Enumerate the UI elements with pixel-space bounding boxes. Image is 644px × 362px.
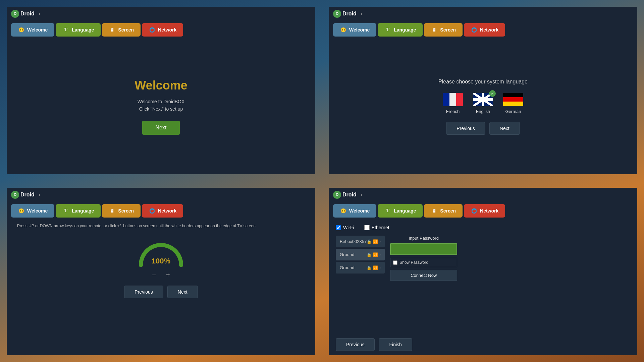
droid-logo-4: D Droid — [333, 191, 357, 199]
language-next-button[interactable]: Next — [489, 122, 520, 135]
signal-icon-0: 📶 — [373, 239, 378, 244]
wifi-item-2[interactable]: Ground 🔒 📶 › — [336, 262, 385, 274]
back-arrow-3[interactable]: ‹ — [39, 192, 40, 198]
chevron-icon-2: › — [379, 265, 381, 270]
wifi-icons-2: 🔒 📶 › — [367, 265, 381, 270]
droid-logo-2: D Droid — [333, 10, 357, 18]
tab-network-label-1: Network — [158, 27, 176, 33]
language-icon-1: T — [62, 26, 69, 33]
quadrant-network: D Droid ‹ 😊 Welcome T Language 🖥 Screen … — [322, 181, 644, 362]
welcome-content: Welcome Welcome to DroidBOX Click "Next"… — [7, 39, 315, 174]
tab-bar-4: 😊 Welcome T Language 🖥 Screen 🌐 Network — [329, 201, 637, 220]
droid-logo-3: D Droid — [11, 191, 35, 199]
flag-de-yellow — [503, 102, 523, 106]
tab-network-1[interactable]: 🌐 Network — [142, 23, 183, 37]
welcome-icon-2: 😊 — [340, 26, 346, 33]
tab-network-3[interactable]: 🌐 Network — [142, 204, 183, 218]
tab-screen-1[interactable]: 🖥 Screen — [102, 23, 141, 37]
tab-welcome-label-1: Welcome — [27, 27, 48, 33]
network-finish-button[interactable]: Finish — [379, 338, 412, 351]
droid-icon-3: D — [11, 191, 19, 199]
tab-bar-1: 😊 Welcome T Language 🖥 Screen 🌐 Network — [7, 20, 315, 39]
welcome-next-button[interactable]: Next — [142, 121, 180, 135]
ethernet-checkbox[interactable] — [364, 225, 370, 230]
tab-language-label-4: Language — [394, 208, 416, 214]
tab-screen-4[interactable]: 🖥 Screen — [424, 204, 463, 218]
quadrant-language: D Droid ‹ 😊 Welcome T Language 🖥 Screen … — [322, 0, 644, 181]
welcome-icon-4: 😊 — [340, 207, 346, 214]
back-arrow-1[interactable]: ‹ — [39, 11, 40, 17]
back-arrow-4[interactable]: ‹ — [361, 192, 362, 198]
app-name-2: Droid — [342, 11, 357, 17]
gauge-plus-button[interactable]: + — [166, 271, 170, 279]
password-input[interactable] — [390, 243, 457, 255]
screen-icon-2: 🖥 — [431, 26, 437, 33]
tab-language-2[interactable]: T Language — [378, 23, 423, 37]
password-panel: Input Password Show Password Connect Now — [390, 236, 457, 333]
tab-network-label-3: Network — [158, 208, 176, 214]
screen-prev-button[interactable]: Previous — [124, 286, 163, 298]
back-arrow-2[interactable]: ‹ — [361, 11, 362, 17]
wifi-checkbox[interactable] — [336, 225, 341, 230]
wifi-name-0: Bebox002857 — [340, 239, 367, 244]
wifi-name-2: Ground — [340, 265, 354, 270]
network-content: Wi-Fi Ethernet Bebox002857 🔒 📶 › — [329, 220, 637, 355]
tab-welcome-3[interactable]: 😊 Welcome — [11, 204, 54, 218]
gauge-minus-button[interactable]: − — [152, 271, 156, 279]
tab-screen-label-2: Screen — [440, 27, 456, 33]
wifi-icons-1: 🔒 📶 › — [367, 252, 381, 257]
flag-item-french[interactable]: French — [443, 93, 463, 114]
language-instruction: Please choose your system language — [438, 79, 528, 85]
flag-label-english: English — [476, 109, 490, 114]
tab-welcome-2[interactable]: 😊 Welcome — [333, 23, 376, 37]
tab-welcome-label-3: Welcome — [27, 208, 48, 214]
tab-network-2[interactable]: 🌐 Network — [464, 23, 505, 37]
welcome-icon-1: 😊 — [18, 26, 24, 33]
flag-de-red — [503, 97, 523, 102]
flag-item-english[interactable]: ✓ English — [473, 93, 493, 114]
tab-welcome-label-2: Welcome — [349, 27, 370, 33]
tab-welcome-label-4: Welcome — [349, 208, 370, 214]
window-screen: D Droid ‹ 😊 Welcome T Language 🖥 Screen … — [7, 188, 315, 355]
flag-french — [443, 93, 463, 106]
chevron-icon-0: › — [379, 239, 381, 244]
tab-language-3[interactable]: T Language — [56, 204, 101, 218]
screen-next-button[interactable]: Next — [167, 286, 198, 298]
password-title: Input Password — [390, 236, 457, 241]
screen-icon-3: 🖥 — [109, 207, 115, 214]
language-prev-button[interactable]: Previous — [446, 122, 485, 135]
tab-network-4[interactable]: 🌐 Network — [464, 204, 505, 218]
welcome-icon-3: 😊 — [18, 207, 24, 214]
wifi-item-0[interactable]: Bebox002857 🔒 📶 › — [336, 236, 385, 247]
flag-fr-white — [449, 93, 456, 106]
tab-screen-2[interactable]: 🖥 Screen — [424, 23, 463, 37]
lock-icon-1: 🔒 — [367, 252, 372, 257]
language-content: Please choose your system language Frenc… — [329, 39, 637, 174]
screen-icon-4: 🖥 — [431, 207, 437, 214]
tab-screen-3[interactable]: 🖥 Screen — [102, 204, 141, 218]
show-password-checkbox[interactable] — [393, 260, 397, 265]
connect-button[interactable]: Connect Now — [390, 270, 457, 281]
network-prev-button[interactable]: Previous — [336, 338, 375, 351]
droid-icon-2: D — [333, 10, 341, 18]
droid-icon-1: D — [11, 10, 19, 18]
network-icon-3: 🌐 — [149, 207, 155, 214]
tab-language-4[interactable]: T Language — [378, 204, 423, 218]
tab-welcome-4[interactable]: 😊 Welcome — [333, 204, 376, 218]
language-icon-3: T — [62, 207, 69, 214]
signal-icon-1: 📶 — [373, 252, 378, 257]
flag-de-black — [503, 93, 523, 97]
tab-language-label-3: Language — [72, 208, 94, 214]
tab-bar-2: 😊 Welcome T Language 🖥 Screen 🌐 Network — [329, 20, 637, 39]
chevron-icon-1: › — [379, 252, 381, 257]
screen-icon-1: 🖥 — [109, 26, 115, 33]
tab-language-1[interactable]: T Language — [56, 23, 101, 37]
wifi-list: Bebox002857 🔒 📶 › Ground 🔒 📶 › — [336, 236, 385, 333]
flag-german — [503, 93, 523, 106]
wifi-checkbox-label[interactable]: Wi-Fi — [336, 225, 354, 230]
quadrant-welcome: D Droid ‹ 😊 Welcome T Language 🖥 Screen … — [0, 0, 322, 181]
ethernet-checkbox-label[interactable]: Ethernet — [364, 225, 389, 230]
tab-welcome-1[interactable]: 😊 Welcome — [11, 23, 54, 37]
wifi-item-1[interactable]: Ground 🔒 📶 › — [336, 249, 385, 260]
flag-item-german[interactable]: German — [503, 93, 523, 114]
